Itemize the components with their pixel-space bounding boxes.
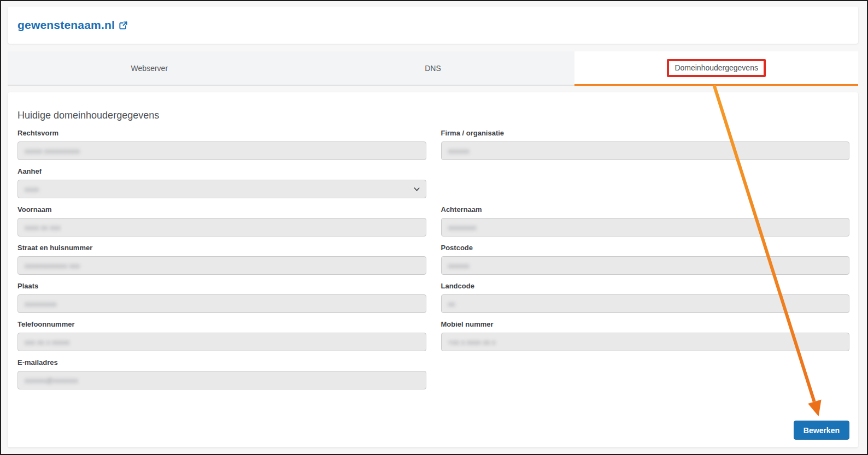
chevron-down-icon [414, 186, 420, 192]
field-postcode-label: Postcode [441, 244, 850, 252]
field-plaats-label: Plaats [17, 282, 426, 290]
tab-dns-label: DNS [425, 64, 441, 73]
postcode-value-redacted: xxxxxx [448, 262, 470, 270]
field-aanhef: Aanhef xxxx [17, 167, 426, 198]
firma-input[interactable]: xxxxxx [441, 141, 850, 160]
landcode-value-redacted: xx [448, 300, 455, 308]
plaats-value-redacted: xxxxxxxxx [25, 300, 57, 308]
field-straat: Straat en huisnummer xxxxxxxxxxxx xxx [17, 244, 426, 275]
field-rechtsvorm-label: Rechtsvorm [17, 129, 426, 137]
postcode-input[interactable]: xxxxxx [441, 256, 850, 275]
field-email-label: E-mailadres [17, 358, 426, 367]
external-link-icon [119, 21, 128, 30]
domain-title-link[interactable]: gewenstenaam.nl [17, 19, 128, 32]
straat-value-redacted: xxxxxxxxxxxx xxx [25, 262, 80, 270]
section-heading: Huidige domeinhoudergegevens [17, 110, 849, 121]
firma-value-redacted: xxxxxx [448, 147, 470, 155]
field-firma-label: Firma / organisatie [441, 129, 850, 137]
tab-domeinhoudergegevens-label: Domeinhoudergegevens [675, 63, 758, 72]
annotation-highlight-box: Domeinhoudergegevens [667, 59, 766, 77]
field-voornaam-label: Voornaam [17, 205, 426, 214]
field-mobiel-label: Mobiel nummer [441, 320, 850, 328]
tab-domeinhoudergegevens[interactable]: Domeinhoudergegevens [574, 51, 858, 86]
mobiel-input[interactable]: +xx x xxxx xx x [441, 333, 850, 351]
email-input[interactable]: xxxxxx@xxxxxxx [17, 371, 426, 389]
domain-holder-panel: Huidige domeinhoudergegevens Rechtsvorm … [8, 92, 858, 447]
field-straat-label: Straat en huisnummer [17, 244, 426, 252]
field-mobiel: Mobiel nummer +xx x xxxx xx x [441, 320, 850, 351]
field-achternaam-label: Achternaam [441, 205, 850, 214]
field-postcode: Postcode xxxxxx [441, 244, 850, 275]
form-actions: Bewerken [794, 421, 849, 440]
grid-spacer [441, 167, 850, 205]
aanhef-select[interactable]: xxxx [17, 180, 426, 198]
domain-header-card: gewenstenaam.nl [8, 7, 858, 44]
email-value-redacted: xxxxxx@xxxxxxx [25, 376, 78, 385]
rechtsvorm-input[interactable]: xxxxx xxxxxxxxxx [17, 141, 426, 160]
bewerken-button[interactable]: Bewerken [794, 421, 849, 440]
tabbar: Webserver DNS Domeinhoudergegevens [8, 51, 858, 86]
field-telefoon: Telefoonnummer xxx xx x xxxxx [17, 320, 426, 351]
achternaam-value-redacted: xxxxxxxx [448, 223, 477, 232]
mobiel-value-redacted: +xx x xxxx xx x [448, 338, 496, 346]
field-aanhef-label: Aanhef [17, 167, 426, 175]
voornaam-input[interactable]: xxxx xx xxx [17, 218, 426, 237]
field-firma: Firma / organisatie xxxxxx [441, 129, 850, 160]
field-landcode: Landcode xx [441, 282, 850, 313]
landcode-input[interactable]: xx [441, 294, 850, 313]
voornaam-value-redacted: xxxx xx xxx [25, 223, 61, 232]
rechtsvorm-value-redacted: xxxxx xxxxxxxxxx [25, 147, 80, 155]
plaats-input[interactable]: xxxxxxxxx [17, 294, 426, 313]
achternaam-input[interactable]: xxxxxxxx [441, 218, 850, 237]
domain-title: gewenstenaam.nl [17, 19, 115, 32]
field-plaats: Plaats xxxxxxxxx [17, 282, 426, 313]
field-rechtsvorm: Rechtsvorm xxxxx xxxxxxxxxx [17, 129, 426, 160]
telefoon-value-redacted: xxx xx x xxxxx [25, 338, 69, 346]
field-achternaam: Achternaam xxxxxxxx [441, 205, 850, 237]
tab-webserver[interactable]: Webserver [8, 51, 291, 86]
tab-webserver-label: Webserver [131, 64, 168, 73]
telefoon-input[interactable]: xxx xx x xxxxx [17, 333, 426, 351]
domain-holder-form: Rechtsvorm xxxxx xxxxxxxxxx Firma / orga… [17, 129, 849, 397]
field-voornaam: Voornaam xxxx xx xxx [17, 205, 426, 237]
field-landcode-label: Landcode [441, 282, 850, 290]
tab-dns[interactable]: DNS [291, 51, 575, 86]
app-viewport: gewenstenaam.nl Webserver DNS Domeinhoud… [0, 0, 868, 455]
field-email: E-mailadres xxxxxx@xxxxxxx [17, 358, 426, 389]
field-telefoon-label: Telefoonnummer [17, 320, 426, 328]
grid-spacer [441, 358, 850, 397]
straat-input[interactable]: xxxxxxxxxxxx xxx [17, 256, 426, 275]
aanhef-value-redacted: xxxx [25, 185, 39, 193]
